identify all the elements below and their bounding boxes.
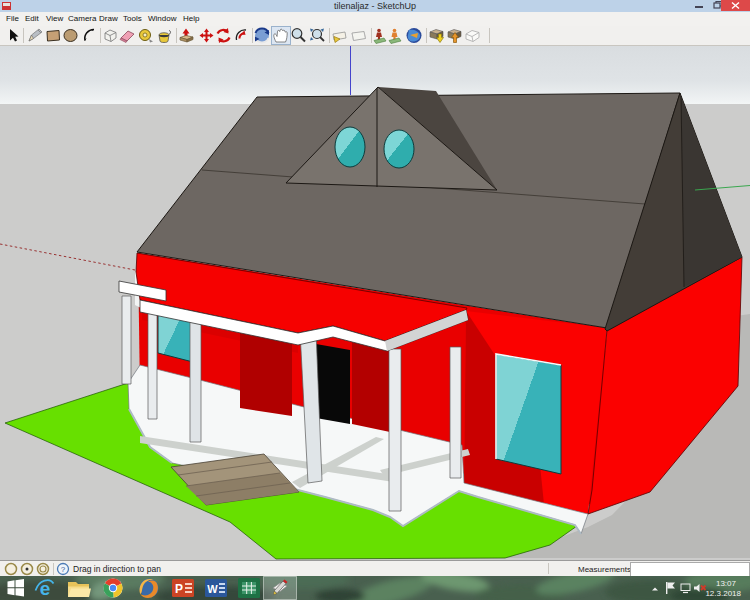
svg-text:12.3.2018: 12.3.2018 (705, 589, 741, 598)
svg-text:13:07: 13:07 (716, 579, 737, 588)
svg-text:W: W (207, 583, 218, 595)
svg-text:P: P (175, 582, 183, 596)
svg-text:?: ? (61, 565, 66, 574)
